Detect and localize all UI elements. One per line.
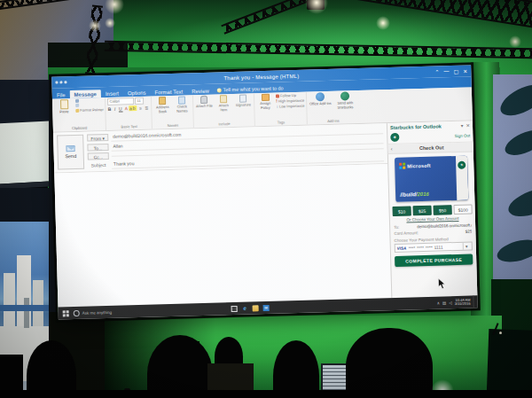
group-label: Include	[218, 121, 230, 127]
office-addins-button[interactable]: Office Add-ins	[309, 92, 332, 106]
pane-close-icon[interactable]: ✕	[466, 123, 470, 129]
starbucks-task-pane: Starbucks for Outlook ▾ ✕ ✶ Sign Out ‹ C…	[387, 121, 477, 298]
complete-purchase-button[interactable]: COMPLETE PURCHASE	[395, 254, 473, 266]
clipboard-group: Paste Format Painter Clipboard	[52, 98, 106, 132]
from-button[interactable]: From ▾	[87, 134, 108, 142]
cortana-icon[interactable]	[74, 309, 80, 316]
ribbon-display-icon[interactable]: ⌃	[434, 68, 439, 74]
check-names-button[interactable]: Check Names	[173, 96, 192, 113]
down-arrow-icon: ↓	[276, 105, 278, 109]
task-view-icon[interactable]	[231, 305, 238, 311]
audience-head	[346, 328, 433, 398]
assign-policy-button[interactable]: Assign Policy	[256, 94, 274, 111]
high-importance-button[interactable]: !High Importance	[276, 98, 304, 104]
basic-text-group: Calibri 11 B I U Aab ≡ ≣ Basic Text	[106, 97, 153, 130]
flag-icon	[276, 94, 279, 98]
include-group: Attach File Attach Item Signature Includ…	[193, 93, 255, 128]
low-importance-button[interactable]: ↓Low Importance	[276, 104, 304, 109]
paste-button[interactable]: Paste	[54, 99, 74, 114]
pane-title: Starbucks for Outlook	[390, 123, 442, 130]
city-tower	[24, 298, 29, 328]
podium-light	[499, 332, 502, 334]
cortana-search-box[interactable]: Ask me anything	[82, 309, 112, 315]
subject-label: Subject	[88, 162, 109, 168]
spotlight-glow	[376, 16, 390, 30]
starbucks-siren-icon	[340, 91, 349, 100]
spotlight-glow	[509, 35, 521, 48]
start-button[interactable]	[63, 310, 69, 316]
card-number-masked: **** **** **** 1111	[408, 244, 461, 250]
amount-10-button[interactable]: $10	[393, 206, 411, 216]
minimize-icon[interactable]: —	[443, 68, 449, 74]
group-label: Tags	[278, 120, 286, 125]
send-button[interactable]: Send	[57, 135, 84, 170]
card-amount-value: $25	[466, 229, 473, 233]
send-icon	[66, 145, 74, 152]
signature-button[interactable]: Signature	[234, 94, 252, 107]
spotlight-glow	[89, 20, 101, 32]
addins-group: Office Add-ins Send with Starbucks Add-i…	[307, 90, 359, 125]
group-label: Names	[168, 123, 179, 129]
projection-screen: Thank you - Message (HTML) ⌃ — ▢ ✕ File …	[51, 65, 477, 319]
spotlight-glow	[105, 18, 115, 28]
card-amount-label: Card Amount:	[394, 230, 419, 236]
font-size-select[interactable]: 11	[135, 98, 144, 105]
edge-browser-icon[interactable]: e	[242, 305, 248, 311]
show-desktop-button[interactable]	[473, 295, 474, 308]
amount-25-button[interactable]: $25	[412, 206, 431, 216]
microsoft-logo-icon	[399, 163, 405, 169]
group-label: Add-ins	[327, 119, 340, 124]
foreground-dark-band	[0, 390, 532, 398]
message-body[interactable]	[54, 164, 391, 307]
checkout-header: Check Out	[393, 144, 471, 151]
group-label: Clipboard	[72, 126, 87, 131]
office-addins-icon	[316, 92, 325, 101]
volume-icon[interactable]: ◁	[449, 300, 452, 305]
gift-card-image: Microsoft ✶ //build/2016	[395, 156, 468, 202]
follow-up-button[interactable]: Follow Up	[276, 93, 304, 98]
address-book-button[interactable]: Address Book	[153, 97, 172, 114]
paperclip-icon	[200, 96, 207, 104]
chevron-down-icon: ▾	[463, 243, 470, 250]
text-formatting-buttons[interactable]: B I U Aab ≡ ≣	[108, 105, 150, 112]
check-names-icon	[178, 96, 185, 104]
group-label: Basic Text	[121, 124, 137, 130]
amount-50-button[interactable]: $50	[433, 205, 451, 215]
payment-method-select[interactable]: VISA **** **** **** 1111 ▾	[395, 241, 473, 252]
tray-chevron-icon[interactable]: ∧	[437, 300, 440, 305]
window-controls: ⌃ — ▢ ✕	[434, 67, 471, 74]
amount-buttons: $10 $25 $50 $100	[393, 204, 473, 216]
water-line	[0, 305, 51, 311]
visa-icon: VISA	[397, 246, 407, 250]
network-icon[interactable]: ▤	[442, 300, 446, 305]
sign-out-link[interactable]: Sign Out	[455, 133, 471, 137]
paste-icon	[59, 99, 67, 109]
attach-item-icon	[220, 95, 227, 103]
system-tray: ∧ ▤ ◁ 10:44 AM 3/31/2016	[437, 295, 478, 308]
file-explorer-icon[interactable]	[253, 305, 259, 311]
starbucks-logo: ✶	[390, 133, 399, 142]
pane-menu-icon[interactable]: ▾	[461, 123, 464, 129]
lightbulb-icon	[217, 88, 222, 92]
names-group: Address Book Check Names Names	[152, 95, 194, 129]
close-icon[interactable]: ✕	[463, 68, 467, 74]
to-button[interactable]: To...	[87, 144, 108, 152]
tags-group: Assign Policy Follow Up !High Importance…	[254, 92, 308, 127]
signature-icon	[239, 95, 246, 103]
compose-area: Send From ▾ demo@build2016.onmicrosoft.c…	[53, 123, 391, 307]
attach-file-button[interactable]: Attach File	[195, 96, 213, 109]
format-painter-button[interactable]: Format Painter	[75, 107, 104, 113]
conference-hall-photo: Thank you - Message (HTML) ⌃ — ▢ ✕ File …	[0, 0, 532, 398]
address-book-icon	[159, 97, 166, 105]
outlook-taskbar-icon[interactable]: ✉	[263, 304, 270, 310]
side-screen-top	[0, 121, 53, 189]
attach-item-button[interactable]: Attach Item	[215, 95, 233, 113]
cc-button[interactable]: Cc...	[88, 152, 109, 160]
to-label: To:	[394, 225, 399, 230]
send-with-starbucks-button[interactable]: Send with Starbucks	[333, 91, 357, 110]
taskbar-clock[interactable]: 10:44 AM 3/31/2016	[455, 298, 471, 306]
amount-100-button[interactable]: $100	[453, 204, 472, 215]
podium-silhouette	[487, 329, 532, 398]
maximize-icon[interactable]: ▢	[453, 68, 458, 74]
font-name-select[interactable]: Calibri	[107, 98, 134, 105]
